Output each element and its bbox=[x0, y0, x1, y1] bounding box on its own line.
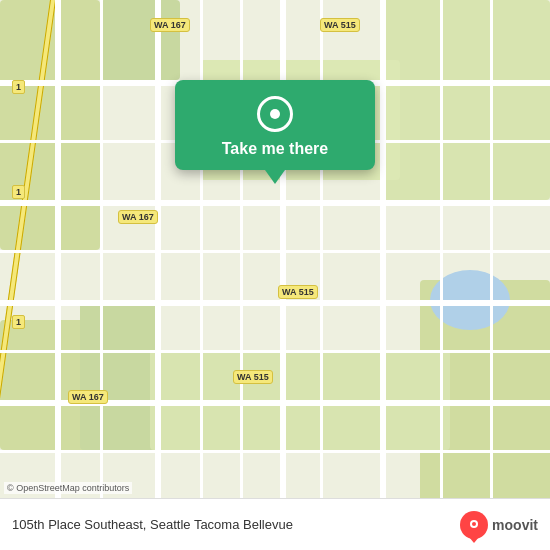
address-label: 105th Place Southeast, Seattle Tacoma Be… bbox=[12, 517, 293, 532]
location-pin-icon bbox=[257, 96, 293, 132]
moovit-text: moovit bbox=[492, 517, 538, 533]
green-area bbox=[100, 0, 180, 80]
route-shield-1b: 1 bbox=[12, 185, 25, 199]
route-shield-1c: 1 bbox=[12, 315, 25, 329]
svg-point-1 bbox=[472, 522, 476, 526]
road bbox=[0, 300, 550, 306]
green-area bbox=[80, 300, 160, 450]
bottom-bar: 105th Place Southeast, Seattle Tacoma Be… bbox=[0, 498, 550, 550]
location-dot bbox=[270, 109, 280, 119]
road bbox=[0, 200, 550, 206]
highway-label-wa167-top: WA 167 bbox=[150, 18, 190, 32]
moovit-icon bbox=[460, 511, 488, 539]
popup-card[interactable]: Take me there bbox=[175, 80, 375, 170]
attribution: © OpenStreetMap contributors bbox=[4, 482, 132, 494]
route-shield-1a: 1 bbox=[12, 80, 25, 94]
popup-label[interactable]: Take me there bbox=[222, 140, 328, 158]
road bbox=[0, 350, 550, 353]
map-container: WA 167 WA 515 WA 167 WA 515 WA 515 WA 16… bbox=[0, 0, 550, 550]
green-area bbox=[380, 0, 550, 200]
highway-label-wa515-mid: WA 515 bbox=[278, 285, 318, 299]
highway-label-wa515-bot: WA 515 bbox=[233, 370, 273, 384]
highway-label-wa167-mid: WA 167 bbox=[118, 210, 158, 224]
highway-label-wa167-bot: WA 167 bbox=[68, 390, 108, 404]
road bbox=[0, 250, 550, 253]
road bbox=[0, 450, 550, 453]
highway-label-wa515-top: WA 515 bbox=[320, 18, 360, 32]
moovit-svg-icon bbox=[466, 517, 482, 533]
moovit-logo[interactable]: moovit bbox=[460, 511, 538, 539]
